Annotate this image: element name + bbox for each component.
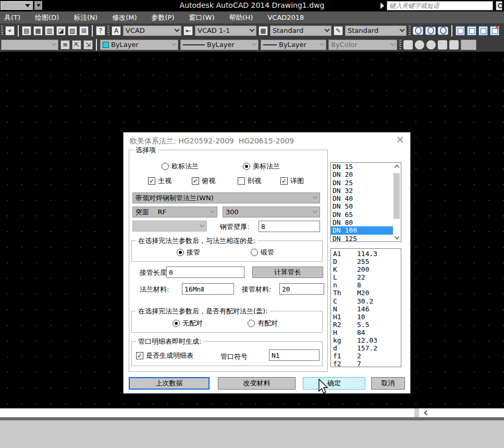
top-view-checkbox[interactable]: 俯视 [192, 176, 215, 186]
sheet-icon[interactable]: ▥ [45, 26, 54, 35]
cancel-button[interactable]: 取消 [371, 377, 405, 390]
zoom-icon[interactable] [415, 40, 424, 50]
pipe-material-label: 接管材料: [242, 285, 271, 294]
ok-button[interactable]: 确定 [303, 377, 365, 390]
color-combo[interactable]: ByLayer [100, 40, 178, 50]
group-label: 选择项 [133, 146, 158, 155]
menu-item-draw[interactable]: 绘图(D) [35, 13, 59, 22]
scroll-down-icon[interactable] [395, 235, 400, 240]
detail-view-checkbox[interactable]: 详图 [280, 176, 304, 186]
delete-box-icon[interactable] [490, 26, 499, 35]
layer-combo[interactable] [1, 40, 58, 50]
calculator-icon[interactable]: ⊞ [79, 26, 89, 35]
layer-properties-icon[interactable]: ≋ [60, 40, 70, 50]
menu-item-window[interactable]: 窗口(W) [189, 13, 214, 22]
toolbar-grip[interactable] [399, 40, 401, 50]
move-box-icon[interactable] [467, 26, 476, 35]
nozzle-symbol-input[interactable] [269, 349, 319, 361]
dn-list-scrollbar[interactable] [393, 163, 401, 241]
param-row: n8 [333, 281, 401, 289]
chevron-left-icon[interactable] [424, 410, 429, 416]
pressure-class-combo[interactable]: 300 [223, 207, 320, 217]
pan-icon[interactable] [403, 40, 413, 50]
change-material-button[interactable]: 改变材料 [218, 377, 296, 390]
flange-dialog: 欧美体系法兰: HG20592-2009 HG20615-2009 × 选择项 … [123, 132, 411, 394]
pipe-material-input[interactable] [279, 283, 324, 295]
menu-item-parametric[interactable]: 参数(P) [152, 13, 175, 22]
pipe-radio[interactable]: 接管 [177, 248, 200, 257]
dn-list-item[interactable]: DN 25 [331, 179, 401, 187]
forged-pipe-radio[interactable]: 锻管 [251, 248, 274, 257]
walk-icon[interactable] [449, 40, 459, 50]
layers-transfer-icon[interactable]: ▧ [68, 26, 77, 35]
layer-previous-icon[interactable]: ⇱ [72, 40, 81, 50]
toolbar-grip[interactable] [1, 26, 3, 36]
disabled-combo [132, 221, 207, 232]
wall-thickness-input[interactable] [259, 221, 320, 232]
dim-style-combo[interactable]: VCAD 1-1 [195, 26, 256, 36]
toolbar-grip[interactable] [409, 26, 411, 36]
dn-listbox[interactable]: DN 15 DN 20 DN 25 DN 32 DN 40 DN 50 DN 6… [330, 162, 401, 242]
horizontal-scrollbar[interactable] [0, 408, 504, 417]
multileader-style-combo[interactable]: Standard [345, 26, 407, 36]
toolbar-grip[interactable] [107, 26, 109, 36]
menu-item-help[interactable]: 帮助(H) [229, 13, 253, 22]
ellipse-icon-3[interactable] [438, 27, 448, 35]
layer-states-icon[interactable]: ⇲ [83, 40, 93, 50]
menu-item-dimension[interactable]: 标注(N) [73, 13, 97, 22]
orbit-icon[interactable] [426, 40, 436, 50]
infocenter-search-input[interactable] [387, 1, 493, 10]
search-icon[interactable] [496, 1, 502, 10]
group-label: 管口明细表即时生成: [136, 337, 203, 346]
dn-list-item[interactable]: DN 20 [331, 171, 401, 178]
param-row: R25.5 [333, 321, 401, 329]
camera-icon[interactable] [438, 40, 447, 50]
dn-list-item[interactable]: DN 32 [331, 187, 401, 195]
generate-bom-checkbox[interactable]: 是否生成明细表 [136, 351, 193, 360]
us-flange-radio[interactable]: 美标法兰 [243, 162, 280, 171]
menu-item-modify[interactable]: 修改(M) [112, 13, 137, 22]
front-view-checkbox[interactable]: 主视 [148, 176, 171, 186]
pipe-length-input[interactable] [166, 267, 244, 278]
dn-list-item[interactable]: DN 50 [331, 202, 401, 210]
chevron-down-icon [200, 223, 205, 228]
flange-material-input[interactable] [182, 283, 234, 295]
help-icon[interactable]: ? [96, 26, 105, 35]
ellipse-icon-2[interactable] [425, 27, 436, 35]
previous-data-button[interactable]: 上次数据 [129, 377, 210, 390]
eraser-icon[interactable]: ◪ [56, 26, 66, 35]
pipe-length-label: 接管长度: [140, 268, 169, 277]
face-type-combo[interactable]: 突面 RF [132, 207, 217, 217]
eu-flange-radio[interactable]: 欧标法兰 [162, 162, 199, 171]
text-style-combo[interactable]: VCAD [123, 26, 181, 36]
ellipse-icon-1[interactable] [413, 27, 423, 35]
close-icon[interactable]: × [396, 134, 404, 144]
infocenter-expand-icon[interactable] [380, 3, 384, 9]
dn-list-item[interactable]: DN 125 [331, 235, 401, 242]
lineweight-combo[interactable]: ByLayer [261, 40, 326, 50]
table-style-combo[interactable]: Standard [270, 26, 331, 36]
plot-style-combo[interactable]: ByColor [328, 40, 397, 50]
param-row: kg12.03 [333, 336, 401, 344]
flange-type-combo[interactable]: 带颈对焊钢制管法兰(WN) [132, 192, 320, 203]
dn-list-item[interactable]: DN 65 [331, 211, 401, 219]
command-line-area[interactable] [0, 420, 504, 448]
has-mate-radio[interactable]: 有配对 [248, 319, 278, 328]
dn-list-item[interactable]: DN 15 [331, 163, 401, 171]
table-grid-icon[interactable]: ▦ [33, 26, 43, 35]
section-view-checkbox[interactable]: 剖视 [238, 176, 261, 186]
linetype-combo[interactable]: ByLayer [180, 40, 259, 50]
menu-item-vcad2018[interactable]: VCAD2018 [267, 14, 304, 21]
zoom-pointer-icon[interactable]: ⌖ [5, 26, 15, 35]
dialog-icon[interactable]: ▤ [22, 26, 31, 35]
scroll-thumb[interactable] [394, 173, 400, 219]
scroll-up-icon[interactable] [395, 165, 400, 170]
dn-list-item[interactable]: DN 40 [331, 195, 401, 202]
dn-list-item[interactable]: DN 80 [331, 219, 401, 226]
calc-length-button[interactable]: 计算管长 [252, 267, 323, 278]
menu-item-tools[interactable]: 具(T) [4, 13, 20, 22]
copy-box-icon[interactable] [478, 26, 488, 35]
dn-list-item-selected[interactable]: DN 100 [331, 226, 401, 234]
box-icon[interactable] [456, 26, 465, 35]
no-mate-radio[interactable]: 无配对 [173, 319, 203, 328]
